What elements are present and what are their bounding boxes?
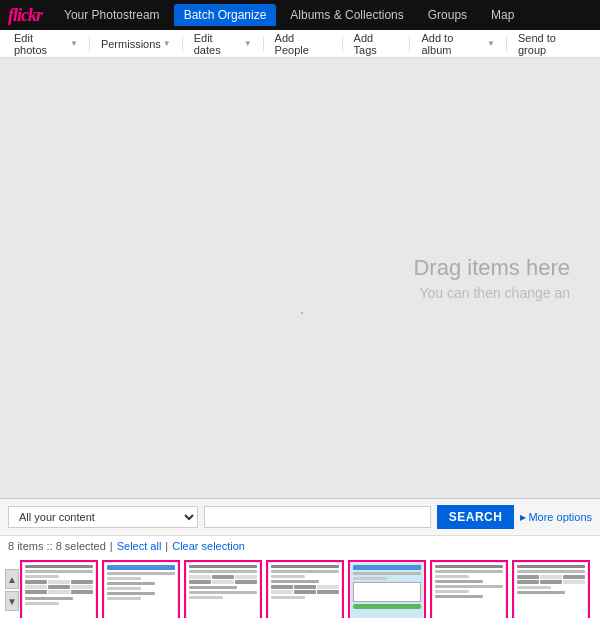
- dot-indicator: .: [300, 300, 304, 318]
- edit-dates-dropdown-arrow: ▼: [244, 39, 252, 48]
- nav-item-groups[interactable]: Groups: [418, 4, 477, 26]
- toolbar-sep-1: [89, 37, 90, 51]
- thumbnail-6[interactable]: [430, 560, 508, 618]
- thumbnails-row: ▲ ▼: [0, 556, 600, 618]
- search-input[interactable]: [204, 506, 431, 528]
- thumbnail-1[interactable]: [20, 560, 98, 618]
- toolbar-sep-4: [342, 37, 343, 51]
- permissions-dropdown-arrow: ▼: [163, 39, 171, 48]
- add-tags-button[interactable]: Add Tags: [348, 29, 405, 59]
- thumbnail-5[interactable]: [348, 560, 426, 618]
- selection-count: 8 items :: 8 selected: [8, 540, 106, 552]
- edit-dates-button[interactable]: Edit dates ▼: [188, 29, 258, 59]
- send-to-group-button[interactable]: Send to group: [512, 29, 592, 59]
- flickr-logo: flickr: [8, 5, 50, 26]
- thumbnail-2[interactable]: [102, 560, 180, 618]
- add-people-button[interactable]: Add People: [269, 29, 337, 59]
- select-all-link[interactable]: Select all: [117, 540, 162, 552]
- top-navigation: flickr Your Photostream Batch Organize A…: [0, 0, 600, 30]
- drag-drop-area: Drag items here You can then change an .: [0, 58, 600, 498]
- permissions-button[interactable]: Permissions ▼: [95, 35, 177, 53]
- drag-text: Drag items here: [413, 255, 570, 281]
- nav-item-photostream[interactable]: Your Photostream: [54, 4, 170, 26]
- more-options-button[interactable]: ▶ More options: [520, 511, 592, 523]
- nav-item-albums[interactable]: Albums & Collections: [280, 4, 413, 26]
- drag-subtext: You can then change an: [413, 285, 570, 301]
- edit-photos-dropdown-arrow: ▼: [70, 39, 78, 48]
- add-to-album-button[interactable]: Add to album ▼: [415, 29, 501, 59]
- nav-item-map[interactable]: Map: [481, 4, 524, 26]
- toolbar-sep-6: [506, 37, 507, 51]
- nav-item-batch-organize[interactable]: Batch Organize: [174, 4, 277, 26]
- search-row: All your content SEARCH ▶ More options: [0, 499, 600, 536]
- thumb-scroll-up[interactable]: ▲: [5, 569, 19, 589]
- search-button[interactable]: SEARCH: [437, 505, 515, 529]
- thumbnail-nav-left[interactable]: ▲ ▼: [4, 567, 20, 615]
- thumb-scroll-down[interactable]: ▼: [5, 591, 19, 611]
- add-to-album-dropdown-arrow: ▼: [487, 39, 495, 48]
- selection-info-row: 8 items :: 8 selected | Select all | Cle…: [0, 536, 600, 556]
- clear-selection-link[interactable]: Clear selection: [172, 540, 245, 552]
- thumbnail-3[interactable]: [184, 560, 262, 618]
- edit-photos-button[interactable]: Edit photos ▼: [8, 29, 84, 59]
- toolbar-sep-2: [182, 37, 183, 51]
- bottom-section: All your content SEARCH ▶ More options 8…: [0, 498, 600, 618]
- more-options-arrow-icon: ▶: [520, 513, 526, 522]
- toolbar-sep-3: [263, 37, 264, 51]
- thumbnails-container: [20, 560, 600, 618]
- toolbar-sep-5: [409, 37, 410, 51]
- sub-toolbar: Edit photos ▼ Permissions ▼ Edit dates ▼…: [0, 30, 600, 58]
- thumbnail-4[interactable]: [266, 560, 344, 618]
- thumbnail-7[interactable]: [512, 560, 590, 618]
- content-dropdown[interactable]: All your content: [8, 506, 198, 528]
